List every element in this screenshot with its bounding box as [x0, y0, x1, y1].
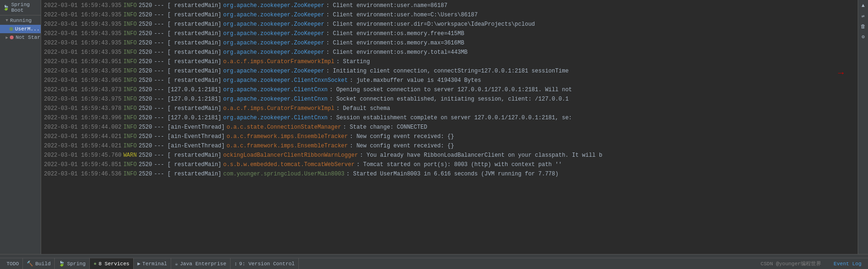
log-thread: --- [ain-EventThread]	[154, 142, 224, 150]
build-label: Build	[35, 261, 51, 267]
log-timestamp: 2022-03-01 16:59:44.021	[44, 132, 122, 141]
horizontal-scrollbar[interactable]	[0, 254, 868, 258]
log-thread: --- [ restartedMain]	[154, 67, 221, 75]
log-line: 2022-03-01 16:59:43.978INFO2520--- [ res…	[41, 104, 858, 113]
log-level: INFO	[123, 114, 137, 122]
log-message: : Client environment:user.home=C:\Users\…	[326, 11, 477, 19]
log-thread: --- [ restartedMain]	[154, 160, 221, 169]
user-item[interactable]: UserM...	[0, 25, 41, 33]
log-level: INFO	[123, 132, 137, 141]
log-pid: 2520	[138, 20, 152, 29]
log-line: 2022-03-01 16:59:43.996INFO2520--- [127.…	[41, 113, 858, 123]
log-line: 2022-03-01 16:59:43.965INFO2520--- [ res…	[41, 76, 858, 85]
spring-tab-label: Spring	[67, 261, 86, 267]
log-line: 2022-03-01 16:59:43.935INFO2520--- [ res…	[41, 20, 858, 29]
log-message: : Client environment:os.memory.max=3616M…	[326, 39, 464, 47]
spring-tab-icon: 🍃	[58, 261, 65, 267]
log-message: : Tomcat started on port(s): 8003 (http)…	[356, 160, 562, 169]
log-level: INFO	[123, 39, 137, 47]
log-timestamp: 2022-03-01 16:59:43.955	[44, 67, 122, 75]
log-timestamp: 2022-03-01 16:59:43.951	[44, 58, 122, 66]
log-content[interactable]: 2022-03-01 16:59:43.935INFO2520--- [ res…	[41, 0, 858, 254]
log-level: INFO	[123, 11, 137, 19]
log-message: : Session establishment complete on serv…	[330, 114, 572, 122]
scroll-up-icon[interactable]: ▲	[860, 2, 867, 9]
log-pid: 2520	[138, 39, 152, 47]
log-class: o.a.c.state.ConnectionStateManager	[227, 123, 341, 131]
log-timestamp: 2022-03-01 16:59:43.935	[44, 48, 122, 57]
log-class: org.apache.zookeeper.ClientCnxn	[223, 114, 327, 122]
log-timestamp: 2022-03-01 16:59:43.965	[44, 76, 122, 85]
running-label: Running	[10, 18, 31, 23]
log-timestamp: 2022-03-01 16:59:43.935	[44, 29, 122, 38]
build-tab[interactable]: 🔨 Build	[23, 258, 55, 269]
log-class: org.apache.zookeeper.ClientCnxn	[223, 95, 327, 103]
log-timestamp: 2022-03-01 16:59:43.935	[44, 20, 122, 29]
log-message: : Client environment:os.memory.total=443…	[326, 48, 467, 57]
log-level: INFO	[123, 1, 137, 10]
log-thread: --- [ restartedMain]	[154, 48, 221, 57]
settings-icon[interactable]: ⚙	[860, 33, 867, 40]
log-class: org.apache.zookeeper.ZooKeeper	[223, 67, 324, 75]
log-level: INFO	[123, 29, 137, 38]
spring-tab[interactable]: 🍃 Spring	[55, 258, 90, 269]
log-class: o.a.c.f.imps.CuratorFrameworkImpl	[223, 58, 334, 66]
bottom-right-text: CSDN @younger编程世界 Event Log	[760, 260, 865, 267]
log-class: org.apache.zookeeper.ZooKeeper	[223, 29, 324, 38]
log-timestamp: 2022-03-01 16:59:45.851	[44, 160, 122, 169]
not-started-item[interactable]: ▶ Not Star...	[0, 33, 41, 42]
log-timestamp: 2022-03-01 16:59:43.935	[44, 11, 122, 19]
todo-tab[interactable]: TODO	[3, 258, 23, 269]
log-thread: --- [ restartedMain]	[154, 76, 221, 85]
log-thread: --- [127.0.0.1:2181]	[154, 114, 221, 122]
log-timestamp: 2022-03-01 16:59:44.002	[44, 123, 122, 131]
log-pid: 2520	[138, 67, 152, 75]
log-thread: --- [127.0.0.1:2181]	[154, 86, 221, 94]
log-line: 2022-03-01 16:59:43.935INFO2520--- [ res…	[41, 10, 858, 20]
log-thread: --- [ain-EventThread]	[154, 132, 224, 141]
log-class: com.younger.springcloud.UserMain8003	[223, 170, 344, 178]
java-enterprise-tab[interactable]: ☕ Java Enterprise	[171, 258, 231, 269]
left-sidebar: 🍃 Spring Boot ▼ Running UserM... ▶ Not S…	[0, 0, 41, 254]
log-pid: 2520	[138, 11, 152, 19]
log-pid: 2520	[138, 29, 152, 38]
log-message: : You already have RibbonLoadBalancerCli…	[360, 151, 602, 160]
log-thread: --- [ restartedMain]	[154, 29, 221, 38]
running-section: ▼ Running UserM... ▶ Not Star...	[0, 15, 41, 43]
log-line: 2022-03-01 16:59:43.935INFO2520--- [ res…	[41, 1, 858, 10]
log-message: : Started UserMain8003 in 6.616 seconds …	[347, 170, 559, 178]
log-pid: 2520	[138, 48, 152, 57]
running-item[interactable]: ▼ Running	[0, 16, 41, 25]
log-thread: --- [ restartedMain]	[154, 1, 221, 10]
bottom-bar: TODO 🔨 Build 🍃 Spring ● 8 Services ▶ Ter…	[0, 258, 868, 269]
terminal-tab[interactable]: ▶ Terminal	[134, 258, 171, 269]
log-pid: 2520	[138, 132, 152, 141]
log-timestamp: 2022-03-01 16:59:43.973	[44, 86, 122, 94]
log-pid: 2520	[138, 1, 152, 10]
spring-boot-header[interactable]: 🍃 Spring Boot	[0, 0, 41, 15]
log-thread: --- [ain-EventThread]	[154, 123, 224, 131]
version-control-label: 9: Version Control	[239, 261, 295, 267]
log-message: : New config event received: {}	[350, 132, 454, 141]
clear-icon[interactable]: 🗑	[860, 22, 867, 30]
log-thread: --- [ restartedMain]	[154, 39, 221, 47]
log-level: INFO	[123, 142, 137, 150]
log-class: org.apache.zookeeper.ZooKeeper	[223, 11, 324, 19]
java-enterprise-icon: ☕	[175, 261, 178, 267]
soft-wrap-icon[interactable]: ⇌	[860, 12, 867, 20]
log-pid: 2520	[138, 114, 152, 122]
log-line: 2022-03-01 16:59:45.851INFO2520--- [ res…	[41, 160, 858, 169]
log-class: org.apache.zookeeper.ZooKeeper	[223, 1, 324, 10]
services-tab[interactable]: ● 8 Services	[90, 258, 134, 269]
event-log-label[interactable]: Event Log	[834, 261, 861, 267]
log-thread: --- [ restartedMain]	[154, 104, 221, 113]
log-class: o.a.c.f.imps.CuratorFrameworkImpl	[223, 104, 334, 113]
running-dot	[9, 27, 13, 31]
version-control-icon: ↕	[234, 261, 238, 267]
version-control-tab[interactable]: ↕ 9: Version Control	[231, 258, 299, 269]
log-message: : Starting	[336, 58, 370, 66]
log-line: 2022-03-01 16:59:43.955INFO2520--- [ res…	[41, 66, 858, 76]
log-line: 2022-03-01 16:59:46.536INFO2520--- [ res…	[41, 169, 858, 179]
services-label: 8 Services	[99, 261, 130, 267]
arrow-right-icon: ▶	[6, 35, 8, 40]
